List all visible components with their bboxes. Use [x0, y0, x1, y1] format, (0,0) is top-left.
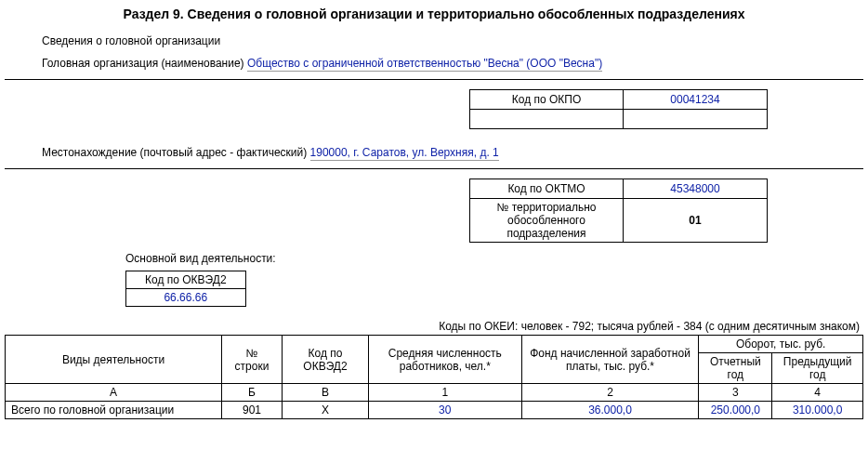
org-label: Головная организация (наименование)	[42, 57, 247, 70]
activity-table: Виды деятельности № строки Код по ОКВЭД2…	[5, 335, 863, 419]
empty-cell	[470, 110, 624, 129]
row-fund[interactable]: 36.000,0	[521, 402, 699, 419]
col-okved: Код по ОКВЭД2	[283, 336, 369, 384]
col-turnover: Оборот, тыс. руб.	[699, 336, 863, 353]
letter-2: 2	[521, 384, 699, 402]
okved-box: Код по ОКВЭД2 66.66.66	[125, 271, 246, 307]
address-line: Местонахождение (почтовый адрес - фактич…	[42, 146, 863, 159]
row-no: 901	[222, 402, 283, 419]
row-label: Всего по головной организации	[6, 402, 222, 419]
letter-a: А	[6, 384, 222, 402]
okved-value[interactable]: 66.66.66	[126, 289, 246, 307]
col-prev-year: Предыдущий год	[772, 353, 863, 384]
subsection-header: Сведения о головной организации	[42, 34, 863, 47]
okpo-label: Код по ОКПО	[470, 90, 624, 110]
okpo-value[interactable]: 00041234	[624, 90, 768, 110]
okei-note: Коды по ОКЕИ: человек - 792; тысяча рубл…	[5, 320, 860, 333]
letter-b: Б	[222, 384, 283, 402]
oktmo-label: Код по ОКТМО	[470, 179, 624, 199]
letter-1: 1	[369, 384, 522, 402]
org-line: Головная организация (наименование) Обще…	[42, 57, 863, 70]
letter-v: В	[283, 384, 369, 402]
okpo-box: Код по ОКПО 00041234	[469, 89, 768, 129]
col-fund: Фонд начисленной заработной платы, тыс. …	[521, 336, 699, 384]
oktmo-box: Код по ОКТМО 45348000 № территориально о…	[469, 178, 768, 243]
terr-value: 01	[624, 199, 768, 243]
org-value[interactable]: Общество с ограниченной ответственностью…	[247, 57, 602, 72]
letter-3: 3	[699, 384, 772, 402]
col-activity: Виды деятельности	[6, 336, 222, 384]
col-avg: Средняя численность работников, чел.*	[369, 336, 522, 384]
divider	[5, 79, 863, 80]
divider	[5, 168, 863, 169]
okved-label: Код по ОКВЭД2	[126, 271, 246, 289]
row-avg[interactable]: 30	[369, 402, 522, 419]
letter-4: 4	[772, 384, 863, 402]
terr-label: № территориально обособленного подраздел…	[470, 199, 624, 243]
empty-cell	[624, 110, 768, 129]
table-row: Всего по головной организации 901 Х 30 3…	[6, 402, 863, 419]
col-rowno: № строки	[222, 336, 283, 384]
col-report-year: Отчетный год	[699, 353, 772, 384]
activity-label: Основной вид деятельности:	[125, 252, 863, 265]
oktmo-value[interactable]: 45348000	[624, 179, 768, 199]
address-label: Местонахождение (почтовый адрес - фактич…	[42, 146, 310, 159]
row-okved: Х	[283, 402, 369, 419]
section-title: Раздел 9. Сведения о головной организаци…	[5, 7, 863, 21]
row-turn-cur[interactable]: 250.000,0	[699, 402, 772, 419]
address-value[interactable]: 190000, г. Саратов, ул. Верхняя, д. 1	[310, 146, 499, 161]
row-turn-prev[interactable]: 310.000,0	[772, 402, 863, 419]
